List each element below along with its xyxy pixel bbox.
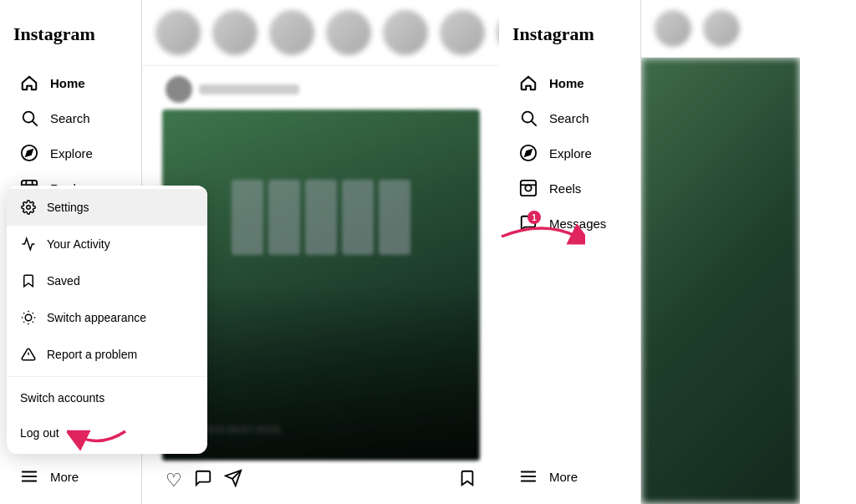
story-bubble[interactable] — [269, 10, 314, 55]
right-explore-label: Explore — [549, 146, 592, 160]
right-more-label: More — [549, 470, 578, 484]
right-story-bubble[interactable] — [703, 10, 740, 47]
svg-rect-23 — [521, 181, 536, 196]
story-bubble[interactable] — [212, 10, 257, 55]
stories-bar — [142, 0, 499, 66]
svg-point-24 — [525, 185, 531, 191]
red-arrow-more — [67, 410, 134, 456]
more-label: More — [50, 470, 79, 484]
svg-marker-22 — [525, 150, 532, 156]
bookmark-icon[interactable] — [458, 469, 476, 492]
right-home-label: Home — [549, 76, 584, 90]
home-label: Home — [50, 76, 85, 90]
right-sidebar-item-explore[interactable]: Explore — [506, 135, 634, 171]
right-sidebar-item-more[interactable]: More — [506, 459, 634, 494]
right-explore-icon — [519, 144, 538, 162]
explore-label: Explore — [50, 146, 93, 160]
more-icon — [20, 467, 38, 486]
right-sidebar-item-reels[interactable]: Reels — [506, 171, 634, 206]
search-label: Search — [50, 111, 90, 125]
story-bubble[interactable] — [497, 10, 499, 55]
svg-marker-3 — [26, 150, 33, 156]
right-reels-label: Reels — [549, 181, 581, 196]
right-home-icon — [519, 74, 538, 92]
home-icon — [20, 74, 38, 92]
right-background-image — [641, 58, 800, 504]
red-arrow-settings — [493, 216, 585, 261]
story-bubble[interactable] — [440, 10, 485, 55]
right-more-icon — [519, 467, 538, 486]
right-content-area — [641, 0, 800, 504]
story-bubble[interactable] — [383, 10, 428, 55]
sidebar-item-search[interactable]: Search — [7, 100, 135, 135]
right-stories-bar — [641, 0, 800, 58]
right-sidebar-item-search[interactable]: Search — [506, 100, 634, 135]
right-sidebar-bottom: More — [499, 459, 640, 494]
right-reels-icon — [519, 179, 538, 197]
like-icon[interactable]: ♡ — [166, 470, 182, 491]
sidebar-item-home[interactable]: Home — [7, 65, 135, 100]
search-icon — [20, 109, 38, 127]
explore-icon — [20, 144, 38, 162]
story-bubble[interactable] — [326, 10, 371, 55]
svg-line-1 — [33, 121, 37, 125]
right-logo[interactable]: Instagram — [499, 10, 640, 65]
share-icon[interactable] — [224, 469, 242, 492]
comment-icon[interactable] — [194, 469, 212, 492]
right-nav: Home Search Explore — [499, 65, 640, 241]
right-sidebar-item-home[interactable]: Home — [506, 65, 634, 100]
right-search-label: Search — [549, 111, 589, 125]
svg-line-20 — [532, 121, 536, 125]
post-image: ALL THINGS MUST PASS — [162, 109, 480, 461]
post-action-icons: ♡ — [166, 469, 242, 492]
right-story-bubble[interactable] — [655, 10, 691, 47]
story-bubble[interactable] — [155, 10, 201, 55]
right-search-icon — [519, 109, 538, 127]
left-logo[interactable]: Instagram — [0, 10, 141, 65]
sidebar-item-more[interactable]: More — [7, 459, 135, 494]
sidebar-item-explore[interactable]: Explore — [7, 135, 135, 171]
right-bg-area — [641, 58, 800, 504]
